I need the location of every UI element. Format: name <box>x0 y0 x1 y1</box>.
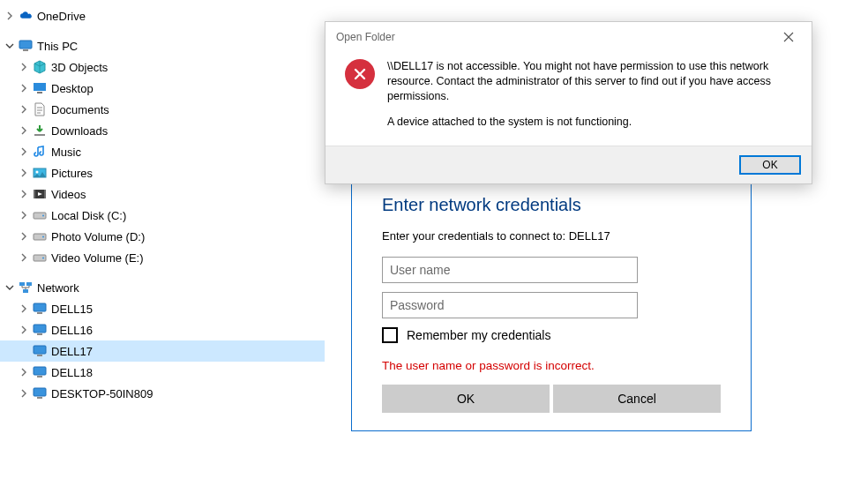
username-input[interactable] <box>382 257 638 283</box>
tree-label: OneDrive <box>37 10 86 23</box>
dialog-message: \\DELL17 is not accessible. You might no… <box>387 59 792 130</box>
tree-item-documents[interactable]: Documents <box>0 99 325 120</box>
svg-point-13 <box>42 236 44 238</box>
credential-title: Enter network credentials <box>382 195 721 215</box>
tree-label: Video Volume (E:) <box>51 251 144 265</box>
svg-rect-27 <box>34 388 46 396</box>
tree-label: Music <box>51 146 81 159</box>
chevron-right-icon[interactable] <box>18 366 30 378</box>
error-icon <box>345 59 375 89</box>
dialog-titlebar: Open Folder <box>326 22 812 52</box>
close-icon <box>783 32 794 42</box>
tree-label: Videos <box>51 188 86 201</box>
chevron-right-icon[interactable] <box>18 167 30 179</box>
tree-label: Pictures <box>51 167 93 180</box>
credential-dialog: Enter network credentials Enter your cre… <box>351 176 752 431</box>
password-input[interactable] <box>382 292 638 318</box>
tree-item-downloads[interactable]: Downloads <box>0 120 325 141</box>
chevron-right-icon[interactable] <box>4 10 16 22</box>
tree-label: DELL18 <box>51 366 93 379</box>
svg-rect-3 <box>37 92 42 93</box>
drive-icon <box>32 228 48 244</box>
drive-icon <box>32 207 48 223</box>
music-icon <box>32 144 48 160</box>
dialog-ok-button[interactable]: OK <box>739 155 801 175</box>
desktop-icon <box>32 80 48 96</box>
chevron-right-icon[interactable] <box>18 303 30 315</box>
tree-label: This PC <box>37 40 78 53</box>
chevron-right-icon[interactable] <box>18 103 30 116</box>
tree-label: DESKTOP-50IN809 <box>51 387 153 400</box>
tree-item-onedrive[interactable]: OneDrive <box>0 5 325 26</box>
svg-rect-20 <box>37 312 42 314</box>
cube-icon <box>32 59 48 75</box>
computer-icon <box>32 322 48 338</box>
chevron-right-icon[interactable] <box>18 324 30 336</box>
navigation-tree: OneDrive This PC 3D Objects Desktop Docu… <box>0 0 325 404</box>
tree-label: DELL16 <box>51 324 93 337</box>
svg-point-15 <box>42 258 44 259</box>
tree-item-desktop[interactable]: Desktop <box>0 78 325 99</box>
cancel-button[interactable]: Cancel <box>553 385 721 413</box>
chevron-right-icon[interactable] <box>18 251 30 264</box>
tree-item-music[interactable]: Music <box>0 141 325 162</box>
chevron-down-icon[interactable] <box>4 281 16 294</box>
remember-checkbox-row[interactable]: Remember my credentials <box>382 327 721 343</box>
svg-rect-0 <box>19 41 32 49</box>
chevron-right-icon[interactable] <box>18 209 30 221</box>
tree-item-local-disk[interactable]: Local Disk (C:) <box>0 205 325 226</box>
tree-label: Desktop <box>51 82 94 95</box>
chevron-down-icon[interactable] <box>4 40 16 52</box>
svg-rect-18 <box>23 289 28 293</box>
checkbox-icon[interactable] <box>382 327 398 343</box>
tree-item-dell16[interactable]: DELL16 <box>0 319 325 340</box>
tree-item-photo-volume[interactable]: Photo Volume (D:) <box>0 226 325 247</box>
tree-label: Network <box>37 281 79 295</box>
tree-item-3d-objects[interactable]: 3D Objects <box>0 56 325 78</box>
tree-item-network[interactable]: Network <box>0 277 325 298</box>
computer-icon <box>32 301 48 317</box>
tree-item-videos[interactable]: Videos <box>0 183 325 205</box>
tree-label: DELL15 <box>51 303 93 316</box>
svg-point-11 <box>42 215 44 217</box>
svg-point-6 <box>36 171 39 174</box>
chevron-right-icon[interactable] <box>18 230 30 243</box>
svg-rect-21 <box>34 325 46 333</box>
chevron-right-icon[interactable] <box>18 387 30 400</box>
chevron-right-icon[interactable] <box>18 82 30 94</box>
chevron-right-icon[interactable] <box>18 146 30 158</box>
ok-button[interactable]: OK <box>382 385 550 413</box>
tree-label: Photo Volume (D:) <box>51 230 145 243</box>
tree-item-dell18[interactable]: DELL18 <box>0 362 325 383</box>
chevron-right-icon[interactable] <box>18 61 30 73</box>
computer-icon <box>18 38 34 54</box>
svg-rect-22 <box>37 333 42 335</box>
tree-item-dell17[interactable]: DELL17 <box>0 340 325 362</box>
svg-rect-23 <box>34 346 46 354</box>
credential-error: The user name or password is incorrect. <box>382 359 721 372</box>
chevron-right-icon[interactable] <box>18 188 30 200</box>
tree-item-video-volume[interactable]: Video Volume (E:) <box>0 247 325 268</box>
svg-rect-16 <box>19 282 25 286</box>
network-icon <box>18 280 34 295</box>
close-button[interactable] <box>776 25 801 49</box>
tree-item-desktop50[interactable]: DESKTOP-50IN809 <box>0 383 325 404</box>
tree-label: 3D Objects <box>51 61 108 74</box>
tree-item-pictures[interactable]: Pictures <box>0 162 325 183</box>
dialog-message-line2: A device attached to the system is not f… <box>387 115 792 130</box>
tree-item-this-pc[interactable]: This PC <box>0 35 325 56</box>
svg-rect-4 <box>34 134 45 136</box>
svg-rect-2 <box>34 83 46 91</box>
svg-rect-24 <box>37 355 42 356</box>
tree-item-dell15[interactable]: DELL15 <box>0 298 325 319</box>
drive-icon <box>32 250 48 265</box>
computer-icon <box>32 364 48 380</box>
pictures-icon <box>32 165 48 181</box>
svg-rect-19 <box>34 303 46 311</box>
tree-label: DELL17 <box>51 345 93 358</box>
svg-rect-25 <box>34 367 46 375</box>
chevron-right-icon[interactable] <box>18 124 30 137</box>
video-icon <box>32 186 48 202</box>
onedrive-icon <box>18 8 34 24</box>
svg-rect-8 <box>34 190 35 198</box>
